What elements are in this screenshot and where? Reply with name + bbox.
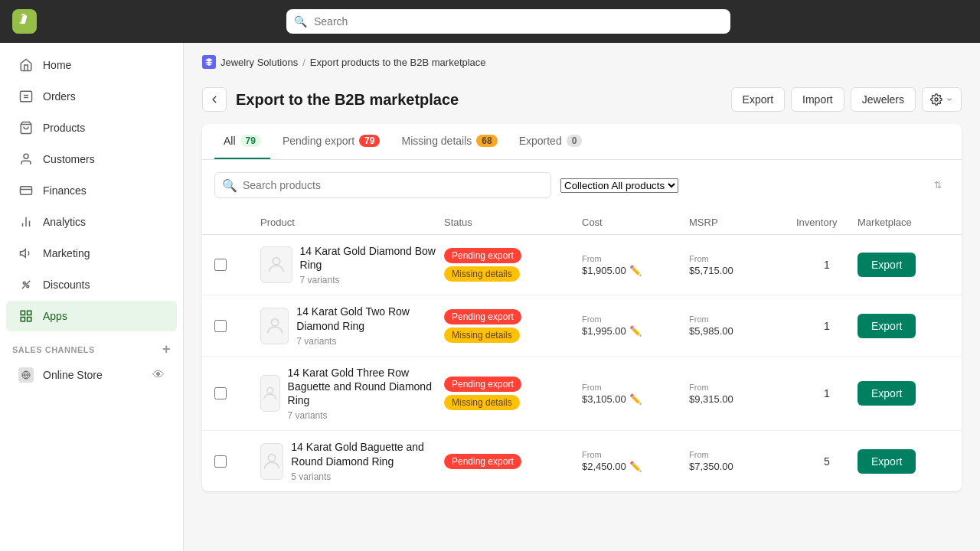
row2-msrp-label: From — [689, 315, 796, 324]
export-action-button[interactable]: Export — [731, 87, 785, 112]
row4-cost-edit-icon[interactable]: ✏️ — [629, 461, 642, 472]
sidebar-item-products[interactable]: Products — [6, 112, 177, 143]
row1-status-missing: Missing details — [444, 266, 520, 282]
tab-exported-label: Exported — [519, 135, 562, 147]
row3-export-action[interactable]: Export — [858, 381, 949, 406]
search-products-container: 🔍 — [214, 172, 551, 198]
sales-channels-section: SALES CHANNELS + — [0, 332, 183, 360]
col-cost: Cost — [582, 217, 689, 228]
tab-missing-badge: 68 — [476, 135, 497, 147]
svg-rect-14 — [21, 311, 24, 315]
sidebar-item-customers[interactable]: Customers — [6, 144, 177, 174]
search-products-input[interactable] — [214, 172, 551, 198]
sidebar-item-orders[interactable]: Orders — [6, 81, 177, 112]
analytics-icon — [18, 214, 34, 230]
brand-icon — [202, 55, 216, 69]
svg-point-23 — [271, 318, 278, 325]
row2-product-name: 14 Karat Gold Two Row Diamond Ring — [296, 305, 438, 332]
search-input[interactable] — [286, 9, 730, 34]
collection-select-wrapper: Collection All products — [560, 178, 949, 193]
svg-point-4 — [24, 154, 28, 158]
row3-status-pending: Pending export — [444, 377, 521, 392]
sidebar-item-home[interactable]: Home — [6, 50, 177, 80]
sidebar-item-finances[interactable]: Finances — [6, 175, 177, 206]
row1-export-action[interactable]: Export — [858, 253, 949, 277]
visibility-icon[interactable]: 👁 — [152, 368, 165, 382]
sidebar-item-marketing[interactable]: Marketing — [6, 238, 177, 269]
back-button[interactable] — [202, 87, 227, 112]
row4-export-button[interactable]: Export — [858, 449, 916, 474]
add-sales-channel-button[interactable]: + — [162, 341, 171, 357]
tab-pending-export[interactable]: Pending export 79 — [273, 124, 390, 159]
apps-icon — [18, 308, 34, 324]
row3-cost-edit-icon[interactable]: ✏️ — [629, 393, 642, 405]
row2-checkbox[interactable] — [214, 320, 260, 332]
sidebar-item-discounts[interactable]: Discounts — [6, 269, 177, 300]
svg-rect-15 — [28, 311, 31, 315]
sidebar-label-finances: Finances — [43, 184, 87, 197]
row3-product-info: 14 Karat Gold Three Row Baguette and Rou… — [260, 366, 444, 422]
row2-export-action[interactable]: Export — [858, 314, 949, 338]
row4-cost-label: From — [582, 450, 689, 459]
row2-checkbox-input[interactable] — [214, 320, 227, 332]
row1-export-button[interactable]: Export — [858, 253, 916, 277]
settings-button[interactable] — [922, 87, 962, 112]
row4-msrp: From $7,350.00 — [689, 450, 796, 472]
row2-cost-edit-icon[interactable]: ✏️ — [629, 325, 642, 337]
col-product: Product — [260, 217, 444, 228]
sidebar: Home Orders Products Custo — [0, 43, 184, 551]
tab-missing-details[interactable]: Missing details 68 — [392, 124, 506, 159]
row3-product-variants: 7 variants — [288, 410, 438, 421]
row4-export-action[interactable]: Export — [858, 449, 949, 474]
table-row: 14 Karat Gold Two Row Diamond Ring 7 var… — [202, 295, 962, 356]
discounts-icon — [18, 277, 34, 292]
svg-point-21 — [935, 98, 938, 101]
products-card: All 79 Pending export 79 Missing details… — [202, 124, 962, 491]
sidebar-item-apps[interactable]: Apps — [6, 301, 177, 331]
row3-checkbox-input[interactable] — [214, 387, 227, 399]
row4-cost: From $2,450.00 ✏️ — [582, 450, 689, 472]
sidebar-item-analytics[interactable]: Analytics — [6, 207, 177, 237]
table-row: 14 Karat Gold Three Row Baguette and Rou… — [202, 357, 962, 432]
sidebar-item-online-store[interactable]: Online Store 👁 — [6, 361, 177, 389]
row4-inventory: 5 — [796, 455, 858, 468]
page-title: Export to the B2B marketplace — [236, 91, 731, 109]
row1-status-pending: Pending export — [444, 248, 521, 263]
sidebar-label-marketing: Marketing — [43, 247, 90, 259]
import-action-button[interactable]: Import — [791, 87, 844, 112]
row1-product-variants: 7 variants — [300, 275, 438, 285]
row1-status: Pending export Missing details — [444, 248, 582, 282]
sidebar-label-products: Products — [43, 122, 85, 134]
breadcrumb-brand-link[interactable]: Jewelry Solutions — [220, 57, 298, 68]
jewelers-action-button[interactable]: Jewelers — [851, 87, 916, 112]
row1-checkbox[interactable] — [214, 259, 260, 271]
customers-icon — [18, 152, 34, 167]
row4-checkbox[interactable] — [214, 455, 260, 468]
tab-exported[interactable]: Exported 0 — [510, 124, 592, 159]
svg-rect-0 — [21, 91, 32, 102]
row1-checkbox-input[interactable] — [214, 259, 227, 271]
row3-inventory: 1 — [796, 387, 858, 399]
global-search[interactable]: 🔍 — [286, 9, 730, 34]
svg-point-25 — [268, 454, 275, 461]
row3-msrp-label: From — [689, 383, 796, 392]
row2-export-button[interactable]: Export — [858, 314, 916, 338]
row4-msrp-label: From — [689, 450, 796, 459]
row1-cost-edit-icon[interactable]: ✏️ — [629, 265, 642, 276]
tab-exported-badge: 0 — [567, 135, 583, 147]
row3-msrp: From $9,315.00 — [689, 383, 796, 405]
collection-select[interactable]: Collection All products — [560, 178, 678, 193]
row2-cost-label: From — [582, 315, 689, 324]
row2-status: Pending export Missing details — [444, 309, 582, 343]
row1-product-thumb — [260, 246, 292, 283]
col-inventory: Inventory — [796, 217, 858, 228]
row4-checkbox-input[interactable] — [214, 455, 227, 468]
row3-checkbox[interactable] — [214, 387, 260, 399]
tab-all[interactable]: All 79 — [214, 124, 270, 159]
tab-all-label: All — [224, 135, 236, 147]
row1-cost-label: From — [582, 254, 689, 263]
row3-export-button[interactable]: Export — [858, 381, 916, 406]
orders-icon — [18, 89, 34, 104]
sidebar-label-customers: Customers — [43, 153, 95, 165]
col-msrp: MSRP — [689, 217, 796, 228]
